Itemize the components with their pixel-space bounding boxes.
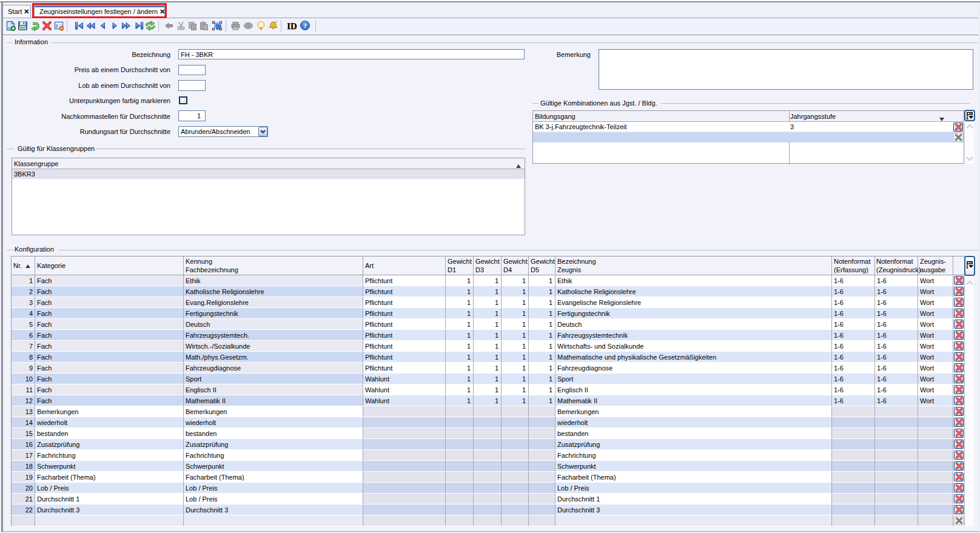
svg-text:?: ? xyxy=(303,22,307,29)
